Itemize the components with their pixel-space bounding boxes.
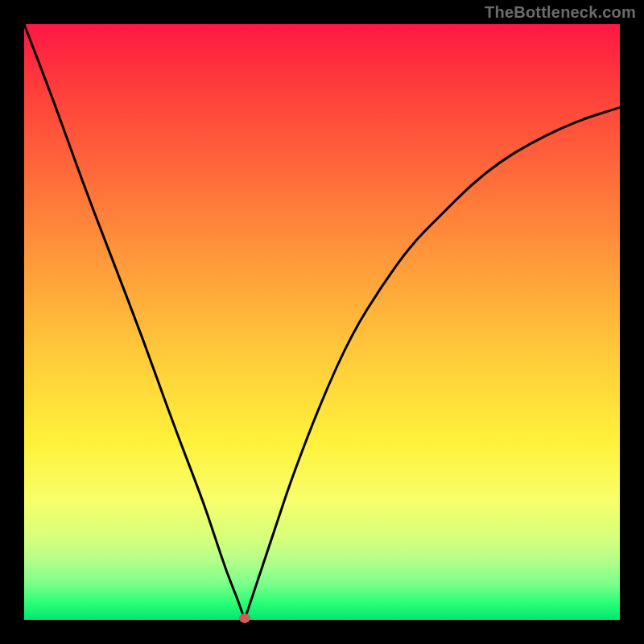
bottleneck-curve xyxy=(24,24,620,615)
watermark-text: TheBottleneck.com xyxy=(485,3,636,22)
plot-area xyxy=(24,24,620,620)
minimum-marker xyxy=(239,613,250,623)
chart-frame: TheBottleneck.com xyxy=(0,0,644,644)
curve-svg xyxy=(24,24,620,620)
